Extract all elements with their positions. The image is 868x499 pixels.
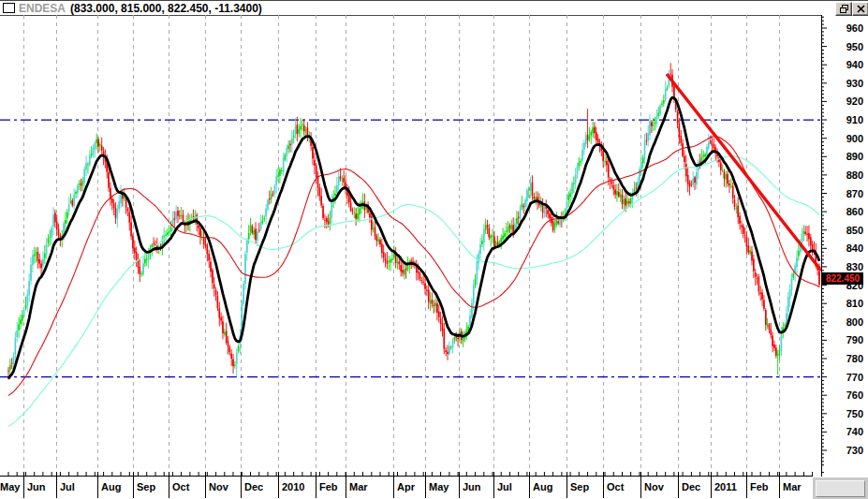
svg-text:880: 880 (846, 169, 863, 181)
svg-text:890: 890 (846, 151, 863, 162)
svg-text:860: 860 (846, 206, 863, 217)
down-trendline[interactable] (667, 74, 821, 271)
svg-text:960: 960 (846, 22, 863, 34)
svg-text:810: 810 (846, 298, 863, 309)
svg-text:Dec: Dec (244, 481, 263, 492)
series-select-box[interactable] (3, 3, 15, 13)
svg-text:Sep: Sep (137, 481, 155, 492)
svg-text:2011: 2011 (714, 481, 737, 492)
scrollbar-corner (813, 477, 868, 499)
price-axis: 7307407507607707807908008108208308408508… (821, 15, 868, 477)
svg-text:Dec: Dec (682, 481, 700, 492)
svg-text:Jul: Jul (497, 481, 512, 492)
svg-text:780: 780 (846, 353, 863, 364)
svg-text:Jun: Jun (27, 481, 46, 492)
close-icon (857, 5, 865, 13)
symbol-label: ENDESA (19, 2, 66, 15)
price-plot-area (0, 15, 821, 477)
svg-text:830: 830 (846, 261, 863, 272)
svg-text:2010: 2010 (282, 481, 304, 492)
svg-text:730: 730 (846, 445, 863, 456)
svg-text:Aug: Aug (533, 481, 552, 492)
time-axis: MayJunJulAugSepOctNovDec2010FebMarAprMay… (0, 472, 821, 499)
svg-text:930: 930 (846, 78, 863, 89)
chart-window: ENDESA (833.000, 815.000, 822.450, -11.3… (0, 0, 868, 499)
svg-text:770: 770 (846, 372, 863, 383)
svg-text:May: May (0, 481, 21, 492)
svg-text:840: 840 (846, 242, 863, 254)
svg-text:Feb: Feb (750, 481, 769, 492)
svg-text:800: 800 (846, 316, 863, 328)
svg-text:Sep: Sep (570, 481, 589, 492)
svg-text:920: 920 (846, 95, 863, 107)
svg-text:790: 790 (846, 334, 863, 345)
svg-text:May: May (429, 481, 449, 492)
restore-window-button[interactable] (835, 2, 852, 16)
svg-text:Mar: Mar (349, 481, 368, 492)
restore-icon (840, 5, 848, 13)
svg-text:910: 910 (846, 114, 863, 125)
svg-text:740: 740 (846, 426, 863, 437)
scrollbar-corner-inner (816, 480, 865, 497)
candlesticks (7, 63, 820, 379)
svg-text:Nov: Nov (644, 481, 665, 492)
svg-text:Jun: Jun (463, 481, 481, 492)
svg-text:Oct: Oct (607, 481, 625, 492)
svg-text:900: 900 (846, 133, 863, 144)
svg-text:Jul: Jul (60, 481, 75, 492)
chart-title-bar: ENDESA (833.000, 815.000, 822.450, -11.3… (0, 1, 821, 16)
last-price-marker: 822.450 (822, 272, 863, 285)
svg-text:940: 940 (846, 59, 863, 70)
quote-values-label: (833.000, 815.000, 822.450, -11.3400) (70, 2, 262, 15)
svg-text:760: 760 (846, 389, 863, 401)
svg-text:850: 850 (846, 225, 863, 236)
medium-ma-line (8, 137, 819, 396)
month-gridlines (24, 15, 780, 477)
svg-text:Aug: Aug (101, 481, 121, 492)
fast-ma-line (8, 97, 819, 378)
svg-text:Apr: Apr (397, 481, 416, 492)
svg-text:870: 870 (846, 188, 863, 199)
svg-text:950: 950 (846, 41, 863, 52)
svg-text:Mar: Mar (783, 481, 802, 492)
svg-text:Nov: Nov (209, 481, 229, 492)
svg-text:Oct: Oct (172, 481, 190, 492)
svg-text:Feb: Feb (319, 481, 338, 492)
horizontal-levels (0, 120, 821, 377)
close-window-button[interactable] (852, 2, 868, 16)
svg-text:750: 750 (846, 408, 863, 419)
slow-ma-line (8, 156, 819, 427)
